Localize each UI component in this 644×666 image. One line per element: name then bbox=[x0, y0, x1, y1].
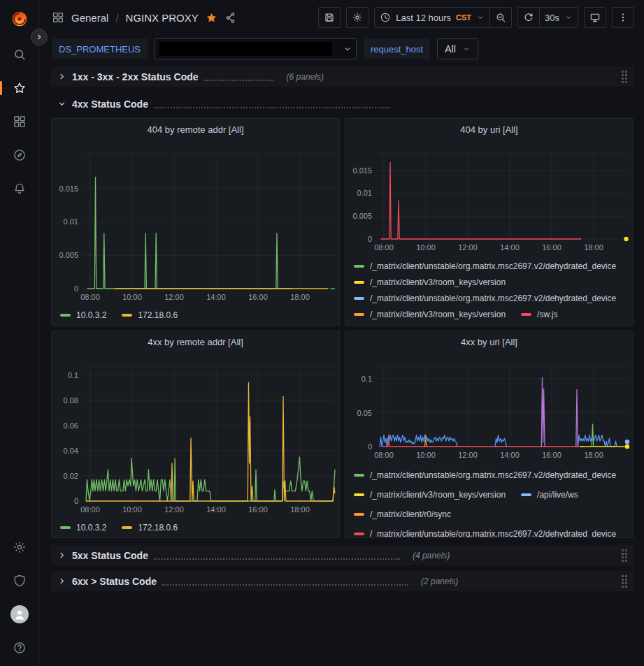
panel-404-by-uri: 404 by uri [All] 00.0050.010.01508:0010:… bbox=[345, 118, 634, 326]
sidebar-bottom bbox=[0, 530, 38, 666]
svg-text:0.05: 0.05 bbox=[357, 409, 372, 417]
svg-text:16:00: 16:00 bbox=[248, 505, 268, 514]
legend-swatch bbox=[354, 281, 364, 284]
svg-text:18:00: 18:00 bbox=[290, 505, 310, 514]
legend-label: 10.0.3.2 bbox=[76, 310, 106, 320]
drag-handle-icon[interactable] bbox=[622, 71, 627, 83]
legend-item[interactable]: 172.18.0.6 bbox=[122, 521, 178, 534]
variable-select-request-host[interactable]: All bbox=[437, 38, 478, 59]
legend-item[interactable]: /sw.js bbox=[521, 308, 557, 321]
share-icon[interactable] bbox=[224, 12, 236, 24]
time-range-button[interactable]: Last 12 hours CST bbox=[374, 7, 490, 28]
legend-swatch bbox=[60, 526, 71, 529]
variable-label-ds-prometheus[interactable]: DS_PROMETHEUS bbox=[52, 38, 148, 59]
sidebar-item-help[interactable] bbox=[0, 631, 38, 665]
legend-item[interactable]: 172.18.0.6 bbox=[122, 309, 178, 321]
breadcrumb-section[interactable]: General bbox=[71, 12, 108, 24]
legend-item[interactable]: /api/live/ws bbox=[521, 488, 578, 501]
legend-item[interactable]: /_matrix/client/v3/room_keys/version bbox=[354, 276, 506, 289]
row-title: 4xx Status Code bbox=[72, 99, 148, 110]
page-title[interactable]: NGINX PROXY bbox=[126, 12, 199, 24]
svg-text:0.1: 0.1 bbox=[362, 375, 372, 383]
row-1xx-3xx-2xx[interactable]: 1xx - 3xx - 2xx Status Code (6 panels) bbox=[51, 66, 634, 87]
cycle-view-button[interactable] bbox=[584, 7, 606, 28]
sidebar-item-configuration[interactable] bbox=[0, 530, 38, 564]
sidebar-item-starred[interactable] bbox=[0, 71, 38, 105]
legend-item[interactable]: /_matrix/client/unstable/org.matrix.msc2… bbox=[354, 528, 616, 537]
more-options-button[interactable] bbox=[612, 7, 634, 28]
legend-label: /sw.js bbox=[537, 310, 557, 319]
sidebar-expand-button[interactable] bbox=[31, 29, 48, 45]
compass-icon bbox=[13, 148, 27, 162]
legend-item[interactable]: /_matrix/client/v3/room_keys/version bbox=[354, 488, 506, 501]
legend-item[interactable]: /_matrix/client/v3/room_keys/version bbox=[354, 308, 506, 321]
legend-swatch bbox=[122, 526, 132, 529]
apps-grid-icon bbox=[52, 11, 64, 24]
dashboard-canvas: 1xx - 3xx - 2xx Status Code (6 panels) 4… bbox=[39, 63, 644, 591]
sidebar-item-profile[interactable] bbox=[0, 598, 38, 631]
chevron-down-icon bbox=[462, 45, 471, 53]
legend-swatch bbox=[354, 313, 364, 316]
legend-item[interactable]: 10.0.3.2 bbox=[60, 521, 106, 534]
legend-item[interactable]: /_matrix/client/unstable/org.matrix.msc2… bbox=[354, 260, 616, 273]
refresh-interval-dropdown[interactable]: 30s bbox=[540, 7, 578, 28]
variable-label-request-host[interactable]: request_host bbox=[364, 38, 430, 59]
zoom-out-icon bbox=[495, 12, 506, 23]
svg-text:0.02: 0.02 bbox=[64, 472, 78, 480]
row-6xx[interactable]: 6xx > Status Code (2 panels) bbox=[51, 571, 634, 591]
row-5xx[interactable]: 5xx Status Code (4 panels) bbox=[51, 545, 634, 565]
svg-text:12:00: 12:00 bbox=[458, 451, 478, 459]
panel-title[interactable]: 4xx by remote addr [All] bbox=[52, 331, 339, 352]
chart-canvas[interactable]: 00.0050.010.01508:0010:0012:0014:0016:00… bbox=[52, 140, 339, 305]
panel-title[interactable]: 404 by remote addr [All] bbox=[52, 119, 339, 140]
row-4xx[interactable]: 4xx Status Code bbox=[51, 94, 634, 114]
svg-text:10:00: 10:00 bbox=[122, 505, 142, 514]
svg-text:08:00: 08:00 bbox=[374, 451, 394, 459]
refresh-button[interactable] bbox=[517, 7, 540, 28]
gear-icon bbox=[13, 540, 27, 554]
legend-label: 172.18.0.6 bbox=[138, 523, 178, 533]
save-dashboard-button[interactable] bbox=[318, 7, 341, 28]
dashboard-settings-button[interactable] bbox=[346, 7, 368, 28]
chart-canvas[interactable]: 00.020.040.060.080.108:0010:0012:0014:00… bbox=[52, 352, 339, 518]
chart-canvas[interactable]: 00.0050.010.01508:0010:0012:0014:0016:00… bbox=[345, 140, 633, 256]
svg-text:14:00: 14:00 bbox=[206, 505, 226, 514]
variable-select-ds-prometheus[interactable] bbox=[155, 38, 357, 59]
sidebar-item-server-admin[interactable] bbox=[0, 564, 38, 598]
legend-item[interactable]: /_matrix/client/r0/sync bbox=[354, 508, 451, 521]
sidebar-item-alerting[interactable] bbox=[0, 172, 38, 205]
legend-item[interactable]: 10.0.3.2 bbox=[60, 309, 106, 321]
star-filled-icon[interactable] bbox=[206, 12, 217, 24]
angle-right-icon bbox=[35, 33, 43, 41]
svg-text:08:00: 08:00 bbox=[80, 505, 100, 514]
row-dotted-leader bbox=[162, 577, 408, 586]
legend-label: /_matrix/client/unstable/org.matrix.msc2… bbox=[370, 529, 616, 537]
gear-icon bbox=[352, 12, 363, 23]
redacted-value bbox=[159, 42, 332, 56]
panel-title[interactable]: 4xx by uri [All] bbox=[345, 331, 633, 352]
legend-swatch bbox=[354, 513, 364, 516]
svg-text:16:00: 16:00 bbox=[248, 293, 268, 301]
row-dotted-leader bbox=[204, 72, 274, 81]
svg-text:0.06: 0.06 bbox=[64, 421, 78, 430]
legend-item[interactable]: /_matrix/client/unstable/org.matrix.msc2… bbox=[354, 292, 616, 305]
chart-canvas[interactable]: 00.050.108:0010:0012:0014:0016:0018:00 bbox=[345, 352, 633, 463]
zoom-out-button[interactable] bbox=[490, 7, 512, 28]
drag-handle-icon[interactable] bbox=[622, 549, 627, 562]
sidebar-item-dashboards[interactable] bbox=[0, 105, 38, 138]
svg-text:08:00: 08:00 bbox=[374, 243, 394, 252]
sidebar-item-explore[interactable] bbox=[0, 138, 38, 172]
svg-text:18:00: 18:00 bbox=[584, 243, 603, 252]
angle-down-icon bbox=[57, 99, 66, 108]
shield-icon bbox=[13, 574, 27, 588]
svg-text:0.015: 0.015 bbox=[352, 166, 372, 175]
breadcrumb-separator: / bbox=[115, 12, 118, 24]
legend-swatch bbox=[60, 314, 71, 317]
legend-item[interactable]: /_matrix/client/unstable/org.matrix.msc2… bbox=[354, 469, 616, 482]
drag-handle-icon[interactable] bbox=[622, 575, 627, 588]
chevron-down-icon bbox=[343, 44, 352, 54]
legend-label: 10.0.3.2 bbox=[76, 523, 106, 533]
legend-label: /_matrix/client/v3/room_keys/version bbox=[370, 310, 506, 319]
panel-title[interactable]: 404 by uri [All] bbox=[345, 119, 633, 140]
monitor-icon bbox=[589, 12, 601, 23]
